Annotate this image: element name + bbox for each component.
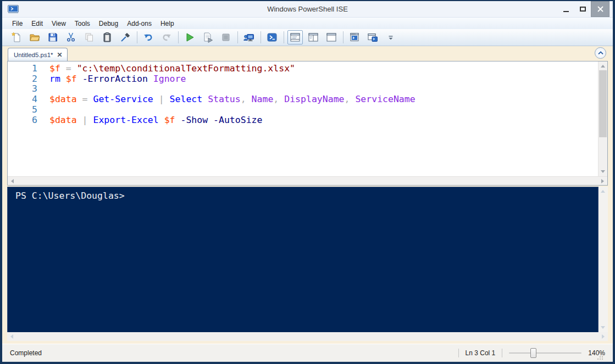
collapse-script-pane-button[interactable] (595, 47, 606, 59)
editor-scroll-thumb[interactable] (599, 70, 607, 137)
toolbar (2, 29, 613, 46)
zoom-slider[interactable] (509, 348, 581, 358)
scroll-left-icon[interactable] (10, 334, 13, 339)
scroll-right-icon[interactable] (602, 334, 605, 339)
run-selection-icon (202, 32, 213, 43)
undo-icon (143, 32, 154, 43)
new-script-icon (11, 32, 22, 43)
console-prompt-line: PS C:\Users\Douglas> (15, 191, 598, 201)
console-vertical-scrollbar[interactable] (599, 187, 608, 332)
editor-vertical-scrollbar[interactable] (598, 61, 607, 176)
toolbar-separator (261, 31, 261, 43)
run-script-button[interactable] (182, 30, 197, 44)
scroll-up-icon[interactable] (601, 190, 605, 193)
overflow-icon (385, 32, 396, 43)
copy-icon (84, 32, 95, 43)
code-line-4: 4$data = Get-Service | Select Status, Na… (8, 94, 597, 105)
code-line-1: 1$f = "c:\temp\conditionalTextFormatting… (8, 64, 597, 74)
menu-item-debug[interactable]: Debug (95, 18, 123, 29)
close-button[interactable] (591, 1, 610, 17)
run-selection-button[interactable] (200, 30, 215, 44)
code-line-2: 2rm $f -ErrorAction Ignore (8, 74, 597, 85)
tab-untitled5[interactable]: Untitled5.ps1* ✕ (8, 48, 68, 61)
menu-item-view[interactable]: View (47, 18, 70, 29)
resize-grip-icon[interactable] (596, 353, 604, 361)
console-pane: PS C:\Users\Douglas> (7, 187, 608, 341)
menu-item-edit[interactable]: Edit (27, 18, 47, 29)
status-separator (458, 349, 459, 357)
scroll-up-icon[interactable] (601, 65, 605, 68)
scroll-left-icon[interactable] (11, 179, 14, 183)
line-number: 4 (8, 94, 37, 105)
powershell-icon (267, 32, 278, 43)
toolbar-separator (137, 31, 137, 43)
tab-close-icon[interactable]: ✕ (57, 52, 63, 58)
undo-button[interactable] (141, 30, 156, 44)
layout-max-icon (326, 32, 337, 43)
show-script-pane-top-button[interactable] (287, 30, 303, 44)
status-bar: Completed Ln 3 Col 1 140% (2, 344, 613, 362)
powershell-ise-window: Windows PowerShell ISE FileEditViewTools… (0, 0, 615, 364)
show-script-pane-maximized-button[interactable] (324, 30, 339, 44)
code-line-5: 5 (8, 105, 597, 115)
toolbar-overflow-button[interactable] (383, 30, 398, 44)
menu-item-help[interactable]: Help (156, 18, 179, 29)
menu-item-add-ons[interactable]: Add-ons (123, 18, 156, 29)
show-script-pane-right-button[interactable] (306, 30, 321, 44)
toolbar-separator (178, 31, 179, 43)
code-text: $f = "c:\temp\conditionalTextFormatting.… (49, 64, 295, 74)
script-editor-pane[interactable]: 1$f = "c:\temp\conditionalTextFormatting… (7, 61, 608, 186)
paste-button[interactable] (99, 30, 115, 44)
start-powershell-exe-button[interactable] (264, 30, 280, 44)
scroll-down-icon[interactable] (601, 170, 605, 173)
clear-console-pane-button[interactable] (118, 30, 133, 44)
status-separator (502, 349, 502, 357)
layout-top-icon (290, 32, 301, 43)
scroll-down-icon[interactable] (601, 326, 605, 329)
powershell-window-button[interactable] (365, 30, 380, 44)
zoom-slider-track[interactable] (509, 352, 581, 354)
redo-icon (161, 32, 172, 43)
scroll-right-icon[interactable] (601, 179, 604, 183)
menu-bar: FileEditViewToolsDebugAdd-onsHelp (2, 17, 613, 29)
console-horizontal-scrollbar[interactable] (7, 332, 608, 341)
maximize-button[interactable] (574, 1, 591, 17)
save-icon (47, 32, 58, 43)
cut-icon (65, 32, 76, 43)
redo-button[interactable] (159, 30, 174, 44)
remote-tab-icon (243, 32, 254, 43)
window-title: Windows PowerShell ISE (2, 5, 613, 13)
line-number: 1 (8, 64, 37, 74)
script-code[interactable]: 1$f = "c:\temp\conditionalTextFormatting… (8, 61, 597, 176)
cut-button[interactable] (63, 30, 79, 44)
minimize-button[interactable] (558, 1, 574, 17)
zoom-slider-thumb[interactable] (530, 348, 536, 358)
code-line-3: 3 (8, 84, 597, 94)
maximize-icon (580, 7, 586, 12)
new-remote-powershell-tab-button[interactable] (241, 30, 257, 44)
code-text: $data | Export-Excel $f -Show -AutoSize (49, 115, 262, 126)
toolbar-separator (237, 31, 238, 43)
title-bar: Windows PowerShell ISE (2, 1, 613, 17)
new-script-button[interactable] (9, 30, 24, 44)
line-number: 6 (8, 115, 37, 126)
open-icon (29, 32, 40, 43)
open-script-button[interactable] (27, 30, 42, 44)
code-text: $data = Get-Service | Select Status, Nam… (49, 94, 415, 105)
powershell-tab-icon (349, 32, 360, 43)
chevron-up-icon (598, 51, 603, 55)
editor-horizontal-scrollbar[interactable] (8, 176, 607, 185)
run-icon (184, 32, 195, 43)
copy-button[interactable] (81, 30, 97, 44)
status-message: Completed (10, 349, 42, 357)
clear-console-icon (120, 32, 131, 43)
console-output[interactable]: PS C:\Users\Douglas> (7, 187, 599, 332)
toolbar-separator (284, 31, 284, 43)
stop-operation-button[interactable] (218, 30, 234, 44)
tab-label: Untitled5.ps1* (14, 52, 53, 58)
menu-item-file[interactable]: File (8, 18, 27, 29)
paste-icon (102, 32, 113, 43)
menu-item-tools[interactable]: Tools (70, 18, 95, 29)
save-button[interactable] (45, 30, 60, 44)
new-powershell-tab-button[interactable] (347, 30, 362, 44)
